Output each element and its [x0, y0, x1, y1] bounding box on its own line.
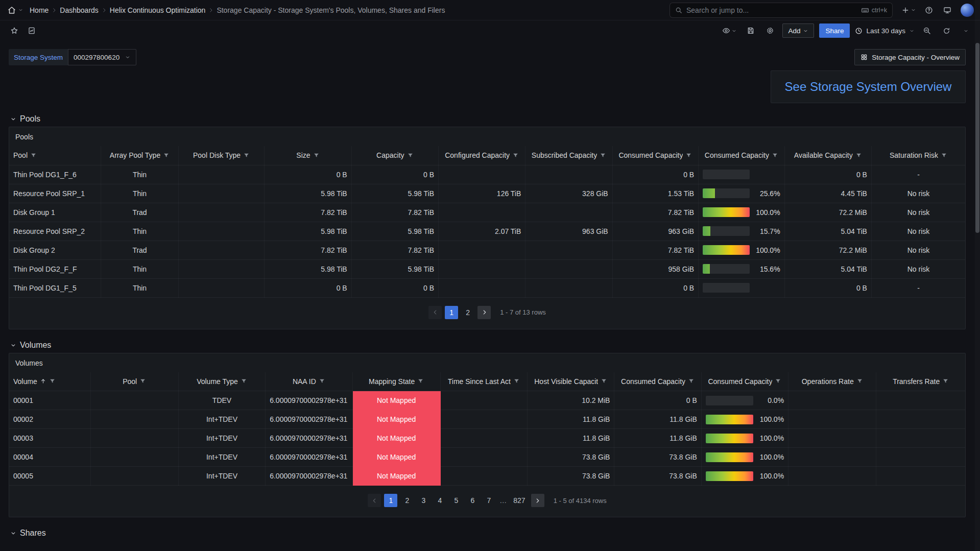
- filter-icon[interactable]: [319, 378, 325, 385]
- column-header-consumed-capacity[interactable]: Consumed Capacity: [614, 372, 701, 391]
- volumes-panel-title[interactable]: Volumes: [9, 353, 965, 372]
- pagination-page-3[interactable]: 3: [417, 494, 430, 507]
- column-header-pool[interactable]: Pool: [9, 146, 101, 165]
- news-button[interactable]: [940, 3, 954, 17]
- column-header-operations-rate[interactable]: Operations Rate: [788, 372, 876, 391]
- filter-icon[interactable]: [941, 152, 947, 159]
- column-header-pool-disk-type[interactable]: Pool Disk Type: [178, 146, 264, 165]
- column-header-array-pool-type[interactable]: Array Pool Type: [101, 146, 179, 165]
- filter-icon[interactable]: [313, 152, 320, 159]
- help-button[interactable]: [922, 3, 936, 17]
- pagination-page-5[interactable]: 5: [449, 494, 463, 507]
- table-cell: 6.00009700002978e+31: [266, 391, 352, 410]
- column-header-volume-type[interactable]: Volume Type: [178, 372, 265, 391]
- filter-icon[interactable]: [243, 152, 250, 159]
- zoom-out-button[interactable]: [920, 23, 934, 38]
- refresh-button[interactable]: [939, 23, 953, 38]
- variable-value-dropdown[interactable]: 000297800620: [68, 49, 136, 65]
- pagination-prev-button[interactable]: [368, 494, 381, 507]
- new-menu-button[interactable]: [900, 3, 918, 17]
- filter-icon[interactable]: [139, 378, 146, 385]
- breadcrumb-item-storage-capacity-storage-syste[interactable]: Storage Capacity - Storage System's Pool…: [214, 6, 447, 14]
- pagination-page-827[interactable]: 827: [511, 494, 528, 507]
- column-header-available-capacity[interactable]: Available Capacity: [784, 146, 871, 165]
- column-header-mapping-state[interactable]: Mapping State: [352, 372, 440, 391]
- state-cell: Not Mapped: [352, 391, 440, 410]
- pagination-page-1[interactable]: 1: [384, 494, 397, 507]
- pagination-page-2[interactable]: 2: [461, 306, 474, 319]
- breadcrumb-item-home[interactable]: Home: [28, 6, 51, 14]
- column-header-consumed-capacity[interactable]: Consumed Capacity: [612, 146, 698, 165]
- column-header-naa-id[interactable]: NAA ID: [266, 372, 352, 391]
- gear-icon: [766, 27, 774, 35]
- dashboard-settings-button[interactable]: [763, 23, 777, 38]
- pagination-page-7[interactable]: 7: [482, 494, 495, 507]
- pagination-prev-button[interactable]: [428, 306, 442, 319]
- filter-icon[interactable]: [241, 378, 247, 385]
- filter-icon[interactable]: [855, 152, 862, 159]
- share-button[interactable]: Share: [819, 23, 850, 38]
- breadcrumb-item-helix-continuous-optimization[interactable]: Helix Continuous Optimization: [108, 6, 208, 14]
- table-cell: 10.2 MiB: [528, 391, 614, 410]
- see-storage-system-overview-link[interactable]: See Storage System Overview: [785, 80, 952, 94]
- pagination-page-1[interactable]: 1: [445, 306, 458, 319]
- table-cell: [178, 203, 264, 222]
- column-header-subscribed-capacity[interactable]: Subscribed Capacity: [525, 146, 612, 165]
- pagination-page-4[interactable]: 4: [433, 494, 446, 507]
- user-avatar[interactable]: [961, 4, 974, 17]
- filter-icon[interactable]: [417, 378, 424, 385]
- column-header-transfers-rate[interactable]: Transfers Rate: [876, 372, 965, 391]
- breadcrumb-item-dashboards[interactable]: Dashboards: [58, 6, 101, 14]
- pagination-next-button[interactable]: [477, 306, 491, 319]
- column-header-configured-capacity[interactable]: Configured Capacity: [438, 146, 525, 165]
- filter-icon[interactable]: [688, 378, 695, 385]
- column-header-capacity[interactable]: Capacity: [351, 146, 438, 165]
- column-header-volume[interactable]: Volume: [9, 372, 90, 391]
- filter-icon[interactable]: [856, 378, 863, 385]
- table-cell: No risk: [871, 222, 965, 241]
- table-cell: 6.00009700002978e+31: [266, 429, 352, 448]
- filter-icon[interactable]: [513, 378, 520, 385]
- filter-icon[interactable]: [772, 152, 778, 159]
- angle-left-icon: [371, 497, 378, 504]
- filter-icon[interactable]: [600, 152, 606, 159]
- column-header-saturation-risk[interactable]: Saturation Risk: [871, 146, 965, 165]
- filter-icon[interactable]: [407, 152, 414, 159]
- table-cell: Thin: [101, 222, 179, 241]
- view-mode-button[interactable]: [721, 23, 738, 38]
- pools-section-toggle[interactable]: Pools: [10, 113, 966, 125]
- filter-icon[interactable]: [601, 378, 607, 385]
- filter-icon[interactable]: [512, 152, 519, 159]
- column-header-pool[interactable]: Pool: [90, 372, 178, 391]
- pagination-next-button[interactable]: [531, 494, 544, 507]
- filter-icon[interactable]: [775, 378, 781, 385]
- shares-section-toggle[interactable]: Shares: [10, 528, 966, 539]
- column-header-consumed-capacity[interactable]: Consumed Capacity: [701, 372, 788, 391]
- scrollbar-thumb[interactable]: [975, 43, 979, 233]
- storage-capacity-overview-button[interactable]: Storage Capacity - Overview: [854, 49, 966, 65]
- column-header-size[interactable]: Size: [265, 146, 351, 165]
- table-cell: 11.8 GiB: [528, 410, 614, 429]
- column-header-host-visible-capacit[interactable]: Host Visible Capacit: [528, 372, 614, 391]
- refresh-interval-button[interactable]: [959, 23, 973, 38]
- home-button[interactable]: [6, 4, 25, 17]
- pagination-page-2[interactable]: 2: [400, 494, 414, 507]
- volumes-section-toggle[interactable]: Volumes: [10, 340, 966, 351]
- table-cell: 2.07 TiB: [438, 222, 525, 241]
- filter-icon[interactable]: [942, 378, 949, 385]
- add-button[interactable]: Add: [782, 23, 814, 38]
- filter-icon[interactable]: [49, 378, 56, 385]
- filter-icon[interactable]: [30, 152, 37, 159]
- filter-icon[interactable]: [163, 152, 170, 159]
- pagination-page-6[interactable]: 6: [466, 494, 479, 507]
- favorite-button[interactable]: [7, 23, 21, 38]
- pools-panel-title[interactable]: Pools: [9, 127, 965, 146]
- save-button[interactable]: [744, 23, 758, 38]
- column-header-consumed-capacity[interactable]: Consumed Capacity: [699, 146, 784, 165]
- search-input[interactable]: Search or jump to... ctrl+k: [670, 3, 893, 18]
- insights-button[interactable]: [25, 23, 39, 38]
- table-cell: Thin Pool DG2_F_F: [9, 259, 101, 278]
- column-header-time-since-last-act[interactable]: Time Since Last Act: [440, 372, 527, 391]
- filter-icon[interactable]: [685, 152, 692, 159]
- time-range-picker[interactable]: Last 30 days: [855, 27, 915, 35]
